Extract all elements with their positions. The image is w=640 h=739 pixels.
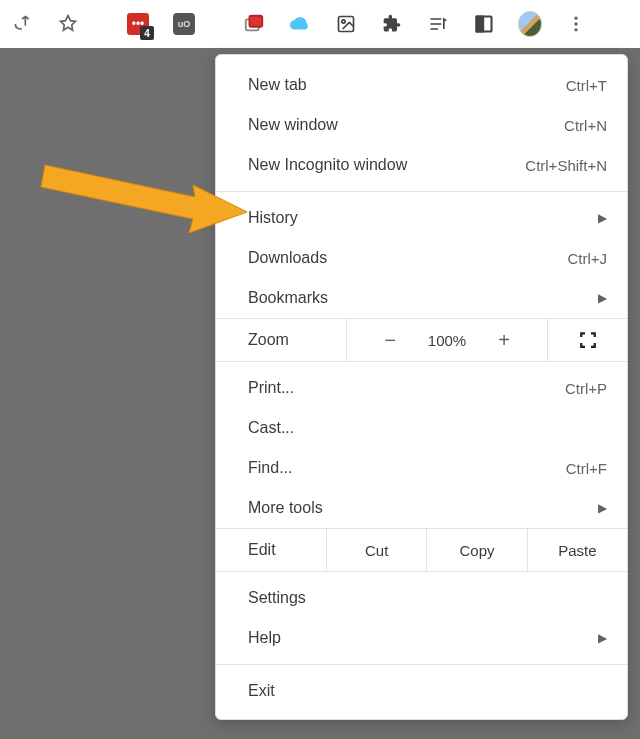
extension-lastpass-icon[interactable]: ••• 4: [126, 12, 150, 36]
bookmark-star-icon[interactable]: [56, 12, 80, 36]
edit-copy-button[interactable]: Copy: [426, 529, 526, 571]
extension-image-icon[interactable]: [334, 12, 358, 36]
browser-toolbar: ••• 4 uO: [0, 0, 640, 48]
extension-badge: 4: [140, 26, 154, 40]
menu-separator: [216, 664, 627, 665]
svg-point-6: [574, 17, 577, 20]
menu-shortcut: Ctrl+J: [567, 250, 607, 267]
menu-item-downloads[interactable]: Downloads Ctrl+J: [216, 238, 627, 278]
zoom-in-button[interactable]: +: [482, 329, 526, 352]
extensions-puzzle-icon[interactable]: [380, 12, 404, 36]
menu-item-find[interactable]: Find... Ctrl+F: [216, 448, 627, 488]
edit-cut-button[interactable]: Cut: [326, 529, 426, 571]
menu-label: Bookmarks: [248, 289, 590, 307]
menu-item-print[interactable]: Print... Ctrl+P: [216, 368, 627, 408]
extension-playlist-icon[interactable]: [426, 12, 450, 36]
menu-item-cast[interactable]: Cast...: [216, 408, 627, 448]
menu-label: New tab: [248, 76, 566, 94]
share-icon[interactable]: [10, 12, 34, 36]
menu-shortcut: Ctrl+T: [566, 77, 607, 94]
menu-item-more-tools[interactable]: More tools ▶: [216, 488, 627, 528]
svg-point-3: [342, 20, 345, 23]
menu-item-zoom: Zoom − 100% +: [216, 318, 627, 362]
extension-cloud-icon[interactable]: [288, 12, 312, 36]
menu-separator: [216, 191, 627, 192]
edit-label: Edit: [216, 541, 326, 559]
menu-label: Exit: [248, 682, 607, 700]
zoom-label: Zoom: [216, 331, 346, 349]
side-panel-icon[interactable]: [472, 12, 496, 36]
kebab-menu-icon[interactable]: [564, 12, 588, 36]
chevron-right-icon: ▶: [590, 211, 607, 225]
fullscreen-button[interactable]: [547, 319, 627, 361]
profile-avatar[interactable]: [518, 12, 542, 36]
menu-label: Downloads: [248, 249, 567, 267]
menu-label: Print...: [248, 379, 565, 397]
svg-point-7: [574, 22, 577, 25]
chrome-main-menu: New tab Ctrl+T New window Ctrl+N New Inc…: [215, 54, 628, 720]
extension-tabs-icon[interactable]: [242, 12, 266, 36]
menu-item-exit[interactable]: Exit: [216, 671, 627, 711]
menu-item-settings[interactable]: Settings: [216, 578, 627, 618]
menu-label: More tools: [248, 499, 590, 517]
menu-item-help[interactable]: Help ▶: [216, 618, 627, 658]
menu-label: Find...: [248, 459, 566, 477]
zoom-out-button[interactable]: −: [368, 329, 412, 352]
menu-label: History: [248, 209, 590, 227]
menu-label: Settings: [248, 589, 607, 607]
menu-item-new-tab[interactable]: New tab Ctrl+T: [216, 65, 627, 105]
svg-point-8: [574, 28, 577, 31]
svg-rect-1: [249, 16, 262, 27]
chevron-right-icon: ▶: [590, 631, 607, 645]
zoom-controls: − 100% +: [346, 319, 547, 361]
menu-label: Help: [248, 629, 590, 647]
zoom-percent: 100%: [412, 332, 482, 349]
menu-item-new-window[interactable]: New window Ctrl+N: [216, 105, 627, 145]
menu-item-history[interactable]: History ▶: [216, 198, 627, 238]
svg-rect-5: [477, 17, 484, 32]
menu-label: Cast...: [248, 419, 607, 437]
menu-label: New Incognito window: [248, 156, 525, 174]
menu-shortcut: Ctrl+F: [566, 460, 607, 477]
menu-label: New window: [248, 116, 564, 134]
menu-shortcut: Ctrl+N: [564, 117, 607, 134]
menu-item-incognito[interactable]: New Incognito window Ctrl+Shift+N: [216, 145, 627, 185]
menu-item-edit: Edit Cut Copy Paste: [216, 528, 627, 572]
extension-ublock-icon[interactable]: uO: [172, 12, 196, 36]
menu-shortcut: Ctrl+P: [565, 380, 607, 397]
menu-item-bookmarks[interactable]: Bookmarks ▶: [216, 278, 627, 318]
chevron-right-icon: ▶: [590, 501, 607, 515]
edit-paste-button[interactable]: Paste: [527, 529, 627, 571]
chevron-right-icon: ▶: [590, 291, 607, 305]
menu-shortcut: Ctrl+Shift+N: [525, 157, 607, 174]
